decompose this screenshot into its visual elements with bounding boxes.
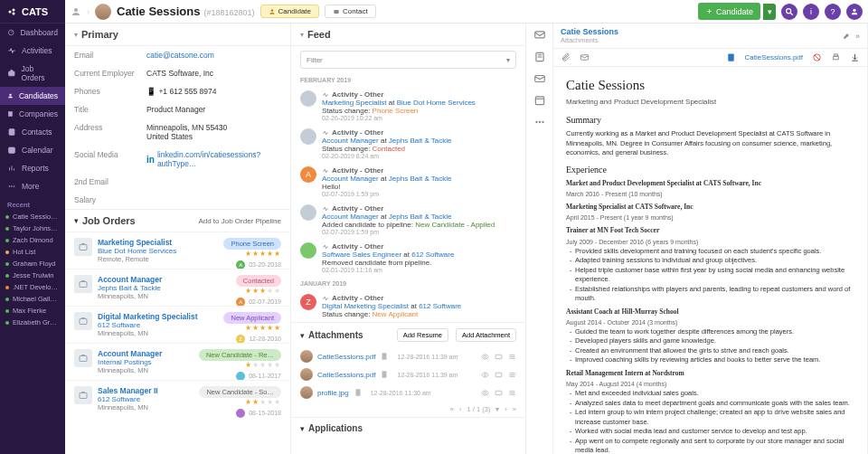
attach-icon[interactable] (561, 52, 571, 62)
view-icon[interactable] (481, 389, 489, 397)
message-icon[interactable] (533, 29, 546, 42)
feed-month: FEBRUARY 2019 (291, 73, 525, 87)
feed-item: Activity - Other Software Sales Engineer… (291, 239, 525, 277)
job-thumb-icon (74, 349, 92, 367)
feed-item: Z Activity - Other Digital Marketing Spe… (291, 290, 525, 322)
list-icon[interactable] (508, 371, 516, 379)
svg-rect-35 (382, 371, 387, 378)
attachment-row: profile.jpg 12-28-2016 11:30 am (291, 383, 525, 402)
feed-item: Activity - Other Marketing Specialist at… (291, 87, 525, 125)
svg-rect-61 (834, 56, 839, 60)
download-icon[interactable] (850, 52, 860, 62)
svg-point-0 (9, 10, 12, 13)
add-to-pipeline-link[interactable]: Add to Job Order Pipeline (198, 217, 281, 225)
help-button[interactable]: ? (825, 4, 841, 20)
add-candidate-menu[interactable]: ▾ (763, 4, 776, 20)
svg-point-6 (9, 94, 11, 96)
mail-icon[interactable] (495, 371, 503, 379)
pin-icon[interactable]: ⬈ (843, 32, 850, 41)
mail-icon[interactable] (495, 353, 503, 361)
svg-rect-28 (80, 393, 87, 399)
svg-line-22 (790, 13, 793, 15)
linkedin-link[interactable]: in linkedin.com/in/catiesessions?authTyp… (146, 150, 281, 168)
joborder-card[interactable]: Sales Manager II612 SoftwareMinneapolis,… (65, 380, 290, 417)
calendar-icon[interactable] (533, 94, 546, 107)
recent-item[interactable]: .NET Developer (0, 281, 65, 293)
recent-item[interactable]: Hot List (0, 246, 65, 258)
joborder-card[interactable]: Account ManagerInternal PostingsMinneapo… (65, 343, 290, 380)
recent-heading: Recent (0, 195, 65, 211)
collapse-icon[interactable]: ▾ (300, 331, 305, 340)
mail-icon[interactable] (533, 72, 546, 85)
list-icon[interactable] (508, 353, 516, 361)
nav-dashboard[interactable]: Dashboard (0, 24, 65, 42)
attachments-title: Attachments (308, 330, 363, 340)
recent-item[interactable]: Elizabeth Grace Be… (0, 317, 65, 328)
view-icon[interactable] (481, 371, 489, 379)
add-resume-button[interactable]: Add Resume (397, 328, 448, 342)
next-icon[interactable]: » (855, 32, 860, 41)
contact-chip[interactable]: Contact (325, 5, 376, 18)
svg-rect-62 (835, 54, 838, 56)
recent-item[interactable]: Graham Floyd (0, 258, 65, 270)
text-icon[interactable] (533, 51, 546, 63)
nav-companies[interactable]: Companies (0, 105, 65, 123)
job-thumb-icon (74, 275, 92, 293)
attachment-link[interactable]: profile.jpg (317, 389, 349, 397)
user-button[interactable] (846, 4, 863, 20)
recent-item[interactable]: Taylor Johnson (0, 222, 65, 234)
job-thumb-icon (74, 386, 92, 404)
svg-rect-5 (9, 71, 14, 76)
joborder-card[interactable]: Marketing SpecialistBlue Dot Home Servic… (65, 232, 290, 269)
nav-more[interactable]: More (0, 177, 65, 195)
nav-calendar[interactable]: Calendar (0, 141, 65, 159)
nav-joborders[interactable]: Job Orders (0, 60, 65, 87)
svg-point-2 (13, 12, 15, 14)
nav-contacts[interactable]: Contacts (0, 123, 65, 141)
nav-activities[interactable]: Activities (0, 42, 65, 60)
collapse-icon[interactable]: ▾ (300, 31, 304, 39)
doc-title: Catie Sessions (561, 27, 618, 36)
collapse-icon[interactable]: ▾ (300, 424, 305, 433)
joborder-card[interactable]: Digital Marketing Specialist612 Software… (65, 306, 290, 343)
joborder-card[interactable]: Account ManagerJephs Bait & TackleMinnea… (65, 269, 290, 306)
feed-filter[interactable]: Filter▾ (300, 51, 516, 69)
svg-point-56 (542, 121, 543, 123)
doc-filename[interactable]: CatieSessions.pdf (745, 53, 803, 61)
svg-point-16 (11, 185, 13, 187)
mail-icon[interactable] (580, 52, 590, 62)
info-button[interactable]: i (803, 4, 819, 20)
svg-rect-58 (728, 53, 733, 61)
add-candidate-button[interactable]: ＋ Candidate (698, 3, 760, 20)
attachment-link[interactable]: CatieSessions.pdf (317, 371, 375, 379)
recent-item[interactable]: Michael Gallagher (0, 293, 65, 305)
primary-column: ▾ Primary Emailcatie@catsone.com Current… (65, 24, 291, 454)
recent-item[interactable]: Catie Sessions (0, 211, 65, 222)
candidate-chip[interactable]: Candidate (260, 5, 319, 18)
attachment-link[interactable]: CatieSessions.pdf (317, 353, 375, 361)
recent-item[interactable]: Zach Dimond (0, 234, 65, 246)
nav-reports[interactable]: Reports (0, 159, 65, 177)
collapse-icon[interactable]: ▾ (74, 31, 78, 39)
list-icon[interactable] (508, 389, 516, 397)
block-icon[interactable] (812, 52, 822, 62)
avatar (300, 386, 313, 399)
feed-item: Activity - Other Account Manager at Jeph… (291, 125, 525, 163)
svg-rect-26 (80, 319, 87, 325)
add-attachment-button[interactable]: Add Attachment (456, 328, 516, 342)
svg-point-30 (484, 355, 486, 357)
recent-item[interactable]: Jesse Trulwin (0, 270, 65, 281)
print-icon[interactable] (831, 52, 841, 62)
search-button[interactable] (781, 4, 797, 20)
collapse-icon[interactable]: ▾ (74, 216, 79, 225)
svg-rect-47 (534, 32, 544, 38)
doc-toolbar: CatieSessions.pdf (553, 49, 867, 67)
mail-icon[interactable] (495, 389, 503, 397)
svg-rect-29 (382, 353, 387, 360)
nav-candidates[interactable]: Candidates (0, 87, 65, 105)
view-icon[interactable] (481, 353, 489, 361)
svg-point-15 (9, 185, 11, 187)
recent-item[interactable]: Max Fierke (0, 305, 65, 317)
email-link[interactable]: catie@catsone.com (146, 51, 214, 60)
more-icon[interactable] (533, 116, 546, 128)
